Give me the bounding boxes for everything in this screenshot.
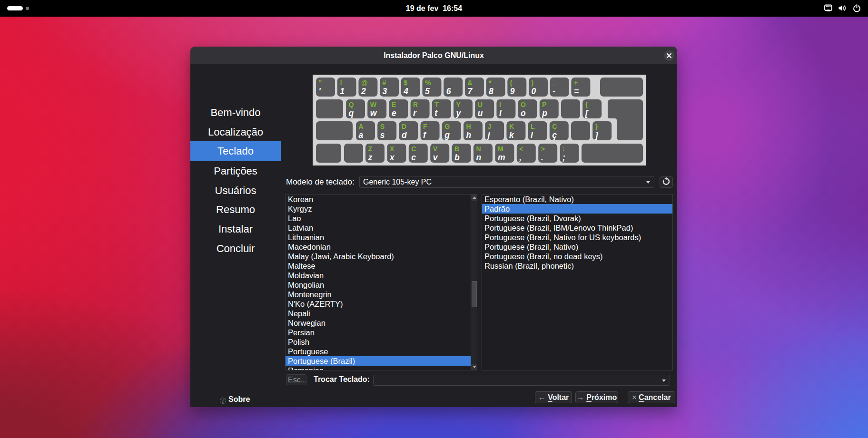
svg-text:x: x — [389, 153, 395, 162]
svg-text:T: T — [434, 101, 439, 108]
svg-text:P: P — [542, 101, 546, 108]
svg-text:ç: ç — [552, 130, 557, 140]
svg-text:$: $ — [404, 79, 407, 87]
svg-text:M: M — [498, 145, 503, 153]
svg-text:F: F — [423, 123, 427, 130]
svg-text:E: E — [392, 101, 396, 108]
svg-text:{: { — [585, 101, 588, 108]
svg-text:,: , — [519, 153, 522, 162]
svg-text::: : — [562, 145, 565, 153]
svg-text:Z: Z — [368, 145, 373, 153]
svg-text:&: & — [467, 79, 472, 87]
svg-text:y: y — [456, 108, 462, 118]
svg-text:+: + — [574, 79, 578, 87]
svg-text:Q: Q — [349, 101, 354, 108]
svg-text:D: D — [402, 123, 406, 130]
svg-text:]: ] — [594, 130, 599, 140]
svg-text:J: J — [488, 123, 492, 130]
svg-text:S: S — [380, 123, 385, 130]
svg-text:.: . — [541, 153, 543, 162]
svg-text:b: b — [454, 153, 460, 162]
svg-text:W: W — [370, 101, 377, 108]
svg-text:z: z — [368, 153, 373, 162]
svg-text:B: B — [454, 145, 459, 153]
svg-text:u: u — [478, 108, 483, 118]
svg-text:#: # — [383, 79, 386, 87]
svg-text:9: 9 — [510, 87, 515, 96]
svg-text:@: @ — [361, 79, 368, 87]
svg-text:5: 5 — [425, 87, 430, 96]
svg-text:8: 8 — [489, 87, 493, 96]
svg-text:<: < — [519, 145, 523, 153]
svg-text:s: s — [380, 130, 385, 140]
svg-text:H: H — [466, 123, 471, 130]
svg-text:*: * — [489, 79, 492, 87]
svg-text:Y: Y — [456, 101, 461, 108]
svg-text:j: j — [487, 130, 491, 140]
svg-text:Ç: Ç — [552, 123, 557, 130]
svg-text:0: 0 — [532, 87, 536, 96]
svg-text:!: ! — [340, 79, 342, 87]
svg-text:I: I — [499, 101, 501, 108]
svg-text:k: k — [509, 130, 514, 140]
svg-text:K: K — [509, 123, 514, 130]
svg-text:): ) — [532, 79, 534, 87]
svg-text:G: G — [444, 123, 450, 130]
svg-text:e: e — [392, 108, 396, 118]
svg-text:1: 1 — [340, 87, 345, 96]
svg-text:R: R — [413, 101, 418, 108]
svg-text:N: N — [476, 145, 481, 153]
svg-text:_: _ — [552, 79, 556, 87]
svg-text:X: X — [390, 145, 395, 153]
svg-text:}: } — [595, 123, 598, 130]
svg-text:7: 7 — [467, 87, 473, 96]
svg-text:4: 4 — [403, 87, 408, 96]
svg-text:r: r — [413, 108, 417, 118]
svg-text:a: a — [359, 130, 364, 140]
svg-text:q: q — [349, 108, 354, 118]
svg-text:A: A — [359, 123, 364, 130]
svg-text:c: c — [411, 153, 416, 162]
svg-text:6: 6 — [446, 87, 451, 96]
svg-text:d: d — [402, 130, 407, 140]
svg-text:h: h — [466, 130, 472, 140]
svg-text:v: v — [433, 153, 438, 162]
svg-text:": " — [319, 79, 322, 87]
svg-text:>: > — [541, 145, 545, 153]
svg-text:U: U — [478, 101, 483, 108]
svg-text:-: - — [552, 87, 555, 96]
svg-text:o: o — [521, 108, 526, 118]
svg-text:3: 3 — [383, 87, 387, 96]
svg-text:=: = — [574, 87, 579, 96]
svg-text:(: ( — [510, 79, 513, 87]
svg-text:;: ; — [562, 153, 565, 162]
svg-text:g: g — [444, 130, 450, 140]
svg-text:w: w — [370, 108, 377, 118]
svg-text:m: m — [498, 153, 505, 162]
svg-text:2: 2 — [361, 87, 366, 96]
svg-text:L: L — [531, 123, 535, 130]
svg-text:p: p — [542, 108, 547, 118]
svg-text:%: % — [425, 79, 431, 87]
svg-text:V: V — [433, 145, 438, 153]
svg-text:n: n — [476, 153, 482, 162]
svg-text:C: C — [411, 145, 416, 153]
svg-text:O: O — [521, 101, 526, 108]
